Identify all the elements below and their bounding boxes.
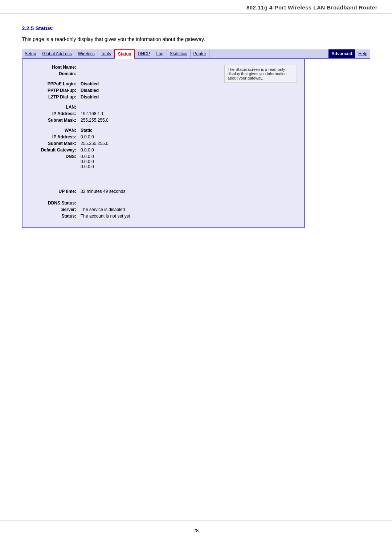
nav-tools[interactable]: Tools: [98, 49, 114, 58]
lan-subnet-label: Subnet Mask:: [30, 118, 81, 123]
ddns-server-value: The service is disabled: [81, 207, 125, 212]
status-content: Host Name: Domain: PPPoE Login: Disabled…: [30, 65, 217, 220]
help-text: The Status screen is a read-only display…: [228, 67, 287, 80]
nav-printer[interactable]: Printer: [191, 49, 209, 58]
help-panel: The Status screen is a read-only display…: [224, 65, 297, 83]
hostname-label: Host Name:: [30, 65, 81, 70]
pppoe-value: Disabled: [81, 81, 99, 86]
nav-wireless[interactable]: Wireless: [75, 49, 98, 58]
lan-label: LAN:: [30, 105, 81, 110]
page-number: 28: [193, 528, 199, 533]
domain-label: Domain:: [30, 71, 81, 76]
pptp-label: PPTP Dial-up:: [30, 88, 81, 93]
nav-help[interactable]: Help: [355, 49, 370, 58]
dns3: 0.0.0.0: [81, 164, 94, 169]
lan-ip-value: 192.168.1.1: [81, 111, 103, 116]
uptime-row: UP time: 32 minutes 49 seconds: [30, 189, 217, 194]
wan-header-row: WAN: Static: [30, 128, 217, 133]
lan-subnet-row: Subnet Mask: 255.255.255.0: [30, 118, 217, 123]
uptime-value: 32 minutes 49 seconds: [81, 189, 125, 194]
wan-dns-label: DNS:: [30, 154, 81, 159]
page-title: 802.11g 4-Port Wireless LAN Broadband Ro…: [246, 4, 377, 11]
ddns-label: DDNS Status:: [30, 200, 81, 206]
nav-setup[interactable]: Setup: [22, 49, 39, 58]
wan-dns-row: DNS: 0.0.0.0 0.0.0.0 0.0.0.0: [30, 154, 217, 169]
content-panel: Host Name: Domain: PPPoE Login: Disabled…: [22, 59, 305, 228]
ddns-header-row: DDNS Status:: [30, 200, 217, 206]
wan-gateway-label: Default Gateway:: [30, 147, 81, 153]
nav-bar: Setup Global Address Wireless Tools Stat…: [22, 49, 370, 59]
domain-row: Domain:: [30, 71, 217, 76]
main-content: 3.2.5 Status: This page is a read-only d…: [0, 14, 392, 239]
wan-ip-label: IP Address:: [30, 134, 81, 139]
l2tp-label: L2TP Dial-up:: [30, 94, 81, 100]
wan-type: Static: [81, 128, 93, 133]
pptp-value: Disabled: [81, 88, 99, 93]
intro-text: This page is a read-only display that gi…: [22, 36, 370, 42]
wan-dns-values: 0.0.0.0 0.0.0.0 0.0.0.0: [81, 154, 94, 169]
page-footer: 28: [0, 520, 392, 540]
uptime-label: UP time:: [30, 189, 81, 194]
lan-ip-row: IP Address: 192.168.1.1: [30, 111, 217, 116]
l2tp-row: L2TP Dial-up: Disabled: [30, 94, 217, 100]
top-header: 802.11g 4-Port Wireless LAN Broadband Ro…: [0, 0, 392, 14]
nav-dhcp[interactable]: DHCP: [135, 49, 153, 58]
wan-gateway-value: 0.0.0.0: [81, 147, 94, 153]
dns1: 0.0.0.0: [81, 154, 94, 159]
lan-ip-label: IP Address:: [30, 111, 81, 116]
wan-subnet-row: Subnet Mask: 255.255.255.0: [30, 141, 217, 146]
pptp-row: PPTP Dial-up: Disabled: [30, 88, 217, 93]
l2tp-value: Disabled: [81, 94, 99, 100]
wan-label: WAN:: [30, 128, 81, 133]
wan-ip-value: 0.0.0.0: [81, 134, 94, 139]
wan-ip-row: IP Address: 0.0.0.0: [30, 134, 217, 139]
ddns-status-row: Status: The account is not set yet.: [30, 214, 217, 219]
ddns-status-value: The account is not set yet.: [81, 214, 131, 219]
ddns-server-label: Server:: [30, 207, 81, 212]
lan-header-row: LAN:: [30, 105, 217, 110]
wan-subnet-value: 255.255.255.0: [81, 141, 109, 146]
ddns-status-label: Status:: [30, 214, 81, 219]
pppoe-label: PPPoE Login:: [30, 81, 81, 86]
nav-statistics[interactable]: Statistics: [167, 49, 191, 58]
section-heading: 3.2.5 Status:: [22, 25, 370, 31]
lan-subnet-value: 255.255.255.0: [81, 118, 109, 123]
nav-log[interactable]: Log: [153, 49, 167, 58]
nav-status[interactable]: Status: [114, 49, 135, 59]
nav-global-address[interactable]: Global Address: [39, 49, 75, 58]
nav-advanced[interactable]: Advanced: [328, 49, 355, 58]
wan-gateway-row: Default Gateway: 0.0.0.0: [30, 147, 217, 153]
wan-subnet-label: Subnet Mask:: [30, 141, 81, 146]
hostname-row: Host Name:: [30, 65, 217, 70]
ddns-server-row: Server: The service is disabled: [30, 207, 217, 212]
pppoe-row: PPPoE Login: Disabled: [30, 81, 217, 86]
dns2: 0.0.0.0: [81, 159, 94, 164]
